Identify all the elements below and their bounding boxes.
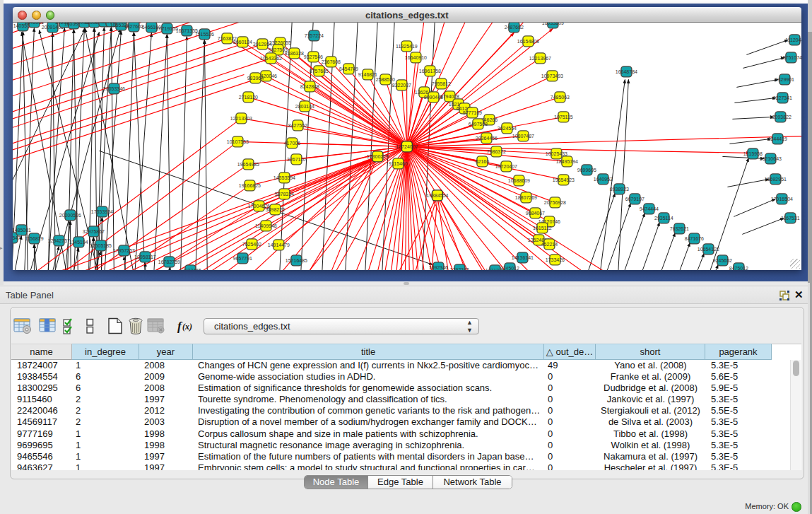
svg-text:9777169: 9777169 (462, 110, 481, 115)
svg-text:10025433: 10025433 (545, 151, 567, 156)
svg-text:20756928: 20756928 (543, 200, 565, 205)
svg-text:8471676: 8471676 (684, 236, 703, 241)
svg-text:16782759: 16782759 (158, 259, 180, 264)
svg-text:1244419: 1244419 (767, 136, 787, 141)
svg-text:417006: 417006 (283, 141, 300, 146)
svg-text:8454749: 8454749 (339, 66, 358, 71)
svg-text:2487682: 2487682 (504, 25, 523, 30)
svg-text:9115460: 9115460 (389, 161, 408, 166)
svg-text:18724007: 18724007 (396, 144, 418, 149)
svg-text:14914479: 14914479 (267, 243, 289, 247)
svg-text:12505185: 12505185 (89, 243, 111, 248)
svg-text:10807487: 10807487 (512, 134, 534, 139)
svg-text:9227341: 9227341 (772, 95, 792, 100)
svg-text:9245012: 9245012 (500, 266, 519, 270)
svg-text:18807269: 18807269 (514, 195, 536, 200)
svg-text:983964: 983964 (247, 76, 263, 81)
svg-text:11409948: 11409948 (255, 223, 277, 228)
svg-text:14136141: 14136141 (511, 255, 533, 260)
svg-text:3267110: 3267110 (287, 157, 306, 162)
svg-text:1215958: 1215958 (743, 151, 762, 156)
svg-text:1975115: 1975115 (554, 115, 573, 119)
svg-text:1485081: 1485081 (13, 228, 31, 233)
svg-text:10958117: 10958117 (134, 255, 156, 259)
svg-text:10654122: 10654122 (697, 247, 719, 252)
svg-text:2803144: 2803144 (295, 104, 314, 109)
svg-text:9657791: 9657791 (233, 256, 252, 261)
svg-text:1733426: 1733426 (545, 257, 564, 262)
svg-text:10719155: 10719155 (155, 26, 177, 31)
svg-text:15716485: 15716485 (285, 258, 307, 263)
svg-text:1527602: 1527602 (124, 24, 143, 29)
svg-text:19654923: 19654923 (552, 177, 574, 182)
svg-text:17016504: 17016504 (770, 197, 792, 201)
svg-text:1167531: 1167531 (781, 216, 800, 221)
svg-text:7357224: 7357224 (304, 33, 323, 38)
svg-text:14353594: 14353594 (273, 175, 295, 180)
svg-text:32975867: 32975867 (82, 229, 104, 234)
svg-text:12093822: 12093822 (769, 115, 791, 119)
svg-text:16154808: 16154808 (517, 39, 539, 44)
svg-text:10107553: 10107553 (226, 139, 248, 144)
svg-text:6794028: 6794028 (440, 94, 459, 99)
svg-text:9329901: 9329901 (775, 77, 794, 82)
svg-text:7485063: 7485063 (550, 95, 569, 100)
svg-text:7632621: 7632621 (669, 226, 688, 231)
svg-text:20364456: 20364456 (475, 136, 497, 141)
svg-text:452214: 452214 (541, 242, 557, 247)
svg-text:1145194: 1145194 (69, 240, 88, 245)
svg-text:19384554: 19384554 (426, 193, 448, 198)
svg-text:10543362: 10543362 (259, 56, 281, 61)
svg-text:7986372: 7986372 (486, 149, 505, 154)
svg-text:2935114: 2935114 (654, 216, 673, 221)
svg-text:12213967: 12213967 (529, 56, 551, 61)
svg-text:19166825: 19166825 (238, 183, 260, 188)
svg-text:5878334: 5878334 (274, 192, 293, 197)
svg-text:8427552: 8427552 (288, 123, 307, 128)
svg-text:16033809: 16033809 (541, 23, 563, 25)
svg-text:8186328: 8186328 (284, 51, 303, 56)
svg-text:15720407: 15720407 (495, 164, 517, 169)
svg-text:6679197: 6679197 (625, 197, 644, 201)
svg-text:15692951: 15692951 (764, 177, 786, 182)
svg-text:12942757: 12942757 (47, 238, 69, 243)
svg-text:15300275: 15300275 (366, 154, 388, 159)
svg-text:(x): (x) (182, 322, 192, 332)
svg-text:8242848: 8242848 (300, 84, 319, 89)
svg-text:11325419: 11325419 (396, 44, 418, 49)
svg-text:8660124: 8660124 (233, 40, 252, 45)
svg-text:9245652: 9245652 (712, 258, 731, 263)
svg-text:10688609: 10688609 (507, 178, 529, 183)
svg-text:6497568: 6497568 (468, 122, 487, 127)
svg-text:18495794: 18495794 (555, 159, 577, 164)
svg-text:20053346: 20053346 (102, 86, 124, 91)
svg-text:3498222: 3498222 (265, 207, 284, 212)
svg-text:17353934: 17353934 (90, 209, 112, 214)
svg-text:8757685: 8757685 (309, 69, 328, 74)
svg-text:8938923: 8938923 (609, 187, 628, 192)
svg-text:1640953: 1640953 (593, 177, 612, 182)
svg-text:1156829: 1156829 (25, 236, 44, 241)
svg-text:16648784: 16648784 (615, 69, 637, 74)
svg-text:16210643: 16210643 (759, 156, 781, 161)
svg-text:16961758: 16961758 (418, 69, 440, 74)
svg-text:1292345: 1292345 (449, 267, 469, 270)
svg-text:2367608: 2367608 (321, 59, 340, 64)
svg-text:8475012: 8475012 (729, 266, 748, 270)
svg-text:20200526: 20200526 (59, 213, 81, 218)
svg-text:7515526: 7515526 (194, 32, 213, 37)
svg-text:1092346: 1092346 (428, 265, 447, 270)
svg-text:391547: 391547 (13, 235, 20, 240)
svg-text:19654985: 19654985 (237, 162, 259, 167)
svg-text:7625402: 7625402 (242, 242, 261, 247)
svg-text:9699695: 9699695 (577, 168, 596, 173)
svg-text:12213303: 12213303 (230, 116, 252, 121)
svg-text:16640910: 16640910 (404, 55, 426, 60)
svg-text:2588520: 2588520 (375, 77, 394, 82)
svg-text:17957253: 17957253 (112, 248, 134, 253)
svg-text:2718120: 2718120 (238, 95, 257, 100)
svg-text:1112044: 1112044 (785, 37, 801, 42)
svg-text:62160: 62160 (475, 159, 489, 164)
svg-text:1615112: 1615112 (533, 226, 552, 230)
svg-text:7955812: 7955812 (431, 81, 450, 86)
